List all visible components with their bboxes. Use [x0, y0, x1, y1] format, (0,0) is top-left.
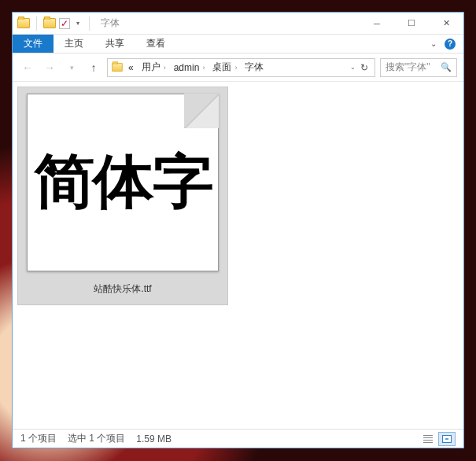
nav-up-button[interactable]: ↑: [85, 59, 102, 76]
crumb-label: 用户: [142, 61, 161, 74]
file-name-label: 站酷快乐体.ttf: [94, 282, 151, 296]
file-list-pane[interactable]: 简体字 站酷快乐体.ttf: [13, 82, 463, 429]
crumb-prefix: «: [125, 62, 137, 73]
qat-separator: [36, 17, 37, 31]
nav-back-button[interactable]: ←: [19, 59, 36, 76]
crumb-label: admin: [174, 62, 200, 73]
tab-file[interactable]: 文件: [13, 35, 54, 53]
maximize-button[interactable]: ☐: [394, 13, 429, 34]
view-details-button[interactable]: [419, 432, 437, 446]
status-bar: 1 个项目 选中 1 个项目 1.59 MB: [13, 429, 463, 448]
explorer-window: ✓ ▾ 字体 ─ ☐ ✕ 文件 主页 共享 查看 ⌄ ? ← → ▾ ↑ « 用…: [12, 12, 464, 448]
qat-folder-icon[interactable]: [43, 18, 56, 28]
minimize-button[interactable]: ─: [360, 13, 394, 34]
ribbon-tabs: 文件 主页 共享 查看 ⌄ ?: [13, 35, 463, 53]
tab-home[interactable]: 主页: [54, 35, 94, 53]
window-title: 字体: [101, 17, 120, 30]
page-curl-icon: [184, 94, 219, 128]
navigation-bar: ← → ▾ ↑ « 用户› admin› 桌面› 字体 ⌄ ↻ 搜索"字体" 🔍: [13, 53, 463, 82]
chevron-right-icon: ›: [164, 64, 166, 72]
nav-history-dropdown[interactable]: ▾: [63, 59, 80, 76]
file-item[interactable]: 简体字 站酷快乐体.ttf: [17, 87, 228, 305]
tab-share[interactable]: 共享: [94, 35, 135, 53]
status-item-count: 1 个项目: [20, 432, 57, 445]
help-button[interactable]: ?: [445, 39, 456, 50]
crumb-label: 字体: [245, 61, 264, 74]
refresh-button[interactable]: ↻: [360, 62, 368, 73]
search-icon: 🔍: [441, 62, 452, 72]
chevron-right-icon: ›: [202, 64, 205, 72]
qat-separator-2: [89, 17, 90, 31]
crumb-fonts[interactable]: 字体: [242, 61, 267, 74]
status-size: 1.59 MB: [136, 433, 172, 444]
tab-view[interactable]: 查看: [135, 35, 176, 53]
crumb-users[interactable]: 用户›: [138, 61, 169, 74]
crumb-admin[interactable]: admin›: [171, 62, 208, 73]
crumb-label: 桌面: [212, 61, 231, 74]
qat-properties-button[interactable]: ✓: [59, 18, 70, 29]
search-placeholder: 搜索"字体": [386, 61, 437, 74]
details-view-icon: [423, 435, 433, 443]
search-input[interactable]: 搜索"字体" 🔍: [380, 58, 457, 77]
app-icon: [17, 18, 30, 28]
file-thumbnail: 简体字: [27, 94, 219, 271]
qat-dropdown[interactable]: ▾: [73, 20, 83, 27]
nav-forward-button[interactable]: →: [41, 59, 58, 76]
address-bar[interactable]: « 用户› admin› 桌面› 字体 ⌄ ↻: [107, 58, 375, 77]
ribbon-expand-button[interactable]: ⌄: [430, 39, 437, 48]
close-button[interactable]: ✕: [429, 13, 463, 34]
address-dropdown[interactable]: ⌄: [350, 64, 356, 71]
crumb-desktop[interactable]: 桌面›: [209, 61, 240, 74]
chevron-right-icon: ›: [234, 64, 237, 72]
view-tiles-button[interactable]: [438, 432, 456, 446]
tiles-view-icon: [442, 435, 452, 443]
font-preview-text: 简体字: [34, 143, 212, 222]
status-selection: 选中 1 个项目: [68, 432, 125, 445]
titlebar: ✓ ▾ 字体 ─ ☐ ✕: [13, 13, 463, 35]
address-folder-icon: [112, 63, 123, 72]
